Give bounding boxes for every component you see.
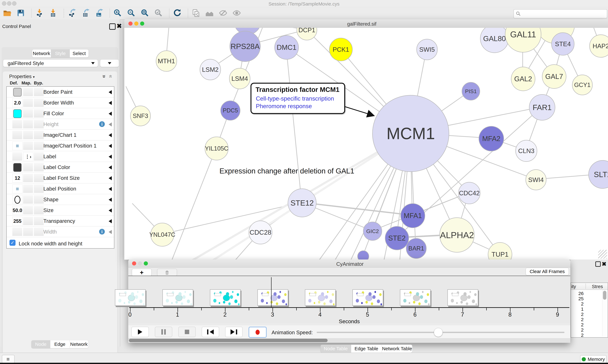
network-node-bar1[interactable]: BAR1 bbox=[406, 238, 427, 259]
tab-network[interactable]: Network bbox=[69, 340, 88, 348]
info-icon[interactable]: i bbox=[99, 121, 105, 127]
network-node-mfa2[interactable]: MFA2 bbox=[479, 126, 504, 151]
mapping-cell[interactable] bbox=[23, 206, 33, 214]
info-icon[interactable]: i bbox=[99, 229, 105, 234]
zoom-fit-icon[interactable] bbox=[140, 8, 150, 18]
mapping-cell[interactable] bbox=[23, 184, 33, 193]
float-panel-icon[interactable] bbox=[109, 23, 116, 30]
default-value-cell[interactable]: 12 bbox=[12, 174, 23, 182]
node-table[interactable]: ity Stres 26252122222 bbox=[571, 283, 608, 338]
table-cell-value[interactable]: 2 bbox=[572, 333, 584, 338]
mapping-cell[interactable]: ⋮› bbox=[23, 152, 33, 161]
network-node-alpha2[interactable]: ALPHA2 bbox=[439, 217, 474, 253]
lock-size-checkbox[interactable]: ✓ bbox=[10, 240, 15, 246]
expand-property-icon[interactable] bbox=[109, 187, 112, 191]
collapse-all-icon[interactable]: » bbox=[109, 73, 112, 80]
bypass-cell[interactable] bbox=[34, 217, 44, 225]
default-value-cell[interactable]: ≡ bbox=[12, 142, 23, 150]
network-node-cln3[interactable]: CLN3 bbox=[515, 140, 537, 162]
expand-property-icon[interactable] bbox=[109, 176, 112, 180]
tab-network[interactable]: Network bbox=[32, 50, 51, 57]
default-value-cell[interactable]: 255 bbox=[12, 217, 23, 225]
network-node-far1[interactable]: FAR1 bbox=[529, 94, 555, 120]
bypass-cell[interactable] bbox=[34, 184, 44, 193]
property-row-border-width[interactable]: 2.0Border Width bbox=[7, 97, 114, 108]
bypass-cell[interactable] bbox=[34, 228, 44, 236]
zoom-selected-icon[interactable] bbox=[154, 8, 163, 18]
table-column-stress[interactable]: Stres bbox=[592, 284, 603, 289]
network-canvas[interactable]: DCP1RPS28ADMC1PCK1SWI5GAL80GAL11STE4HAP2… bbox=[124, 28, 608, 260]
tab-node-table[interactable]: Node Table bbox=[320, 345, 351, 353]
bypass-cell[interactable] bbox=[34, 109, 44, 118]
default-value-cell[interactable] bbox=[12, 120, 22, 128]
bypass-cell[interactable] bbox=[34, 99, 44, 107]
show-details-eye-icon[interactable] bbox=[232, 8, 241, 18]
expand-all-icon[interactable]: » bbox=[103, 73, 106, 80]
close-window-icon[interactable] bbox=[128, 22, 133, 26]
style-selector-dropdown[interactable]: galFiltered Style bbox=[3, 60, 98, 67]
property-row-shape[interactable]: Shape bbox=[7, 194, 114, 205]
table-cell-value[interactable]: 26 bbox=[572, 291, 584, 296]
network-node-pis1[interactable]: PIS1 bbox=[462, 82, 480, 100]
table-cell-value[interactable]: 2 bbox=[572, 312, 584, 317]
search-input[interactable] bbox=[513, 9, 607, 18]
mapping-cell[interactable] bbox=[23, 109, 33, 118]
style-options-button[interactable] bbox=[100, 60, 119, 67]
property-row-border-paint[interactable]: Border Paint bbox=[7, 87, 114, 97]
minimize-window-icon[interactable] bbox=[134, 22, 138, 26]
network-node-lsm4[interactable]: LSM4 bbox=[229, 68, 250, 89]
network-titlebar[interactable]: galFiltered.sif bbox=[124, 19, 608, 28]
network-node-ste12[interactable]: STE12 bbox=[288, 188, 317, 217]
expand-property-icon[interactable] bbox=[109, 219, 112, 223]
bypass-cell[interactable] bbox=[34, 88, 44, 96]
bypass-cell[interactable] bbox=[34, 163, 44, 171]
memory-button[interactable]: Memory bbox=[580, 355, 607, 363]
task-history-button[interactable]: ≡ bbox=[2, 355, 14, 363]
default-value-cell[interactable] bbox=[12, 228, 22, 236]
default-value-cell[interactable] bbox=[12, 163, 23, 172]
mapping-cell[interactable] bbox=[23, 142, 33, 150]
mapping-cell[interactable] bbox=[23, 174, 33, 182]
refresh-layout-icon[interactable] bbox=[173, 8, 182, 18]
expand-property-icon[interactable] bbox=[109, 208, 112, 212]
expand-property-icon[interactable] bbox=[109, 198, 112, 202]
network-node-dmc1[interactable]: DMC1 bbox=[274, 35, 299, 60]
default-value-cell[interactable] bbox=[12, 131, 22, 139]
property-row-image-chart-position-1[interactable]: ≡Image/Chart Position 1 bbox=[7, 140, 114, 151]
network-edge[interactable] bbox=[172, 148, 216, 260]
bypass-cell[interactable] bbox=[34, 174, 44, 182]
expand-property-icon[interactable] bbox=[109, 155, 112, 159]
property-row-label[interactable]: ⋮›Label bbox=[7, 151, 114, 162]
network-node-pdc5[interactable]: PDC5 bbox=[221, 101, 240, 120]
network-node-mfa1[interactable]: MFA1 bbox=[401, 203, 425, 228]
network-node-ynl047c[interactable]: YNL047C bbox=[151, 223, 174, 247]
network-node-snf3[interactable]: SNF3 bbox=[130, 106, 151, 126]
copy-document-icon[interactable] bbox=[191, 8, 200, 18]
mapping-cell[interactable] bbox=[23, 163, 33, 171]
expand-property-icon[interactable] bbox=[109, 133, 112, 137]
table-cell-value[interactable]: 25 bbox=[572, 296, 584, 301]
expand-property-icon[interactable] bbox=[109, 230, 112, 234]
default-value-cell[interactable]: ≡ bbox=[12, 184, 23, 193]
table-cell-value[interactable]: 2 bbox=[572, 301, 584, 307]
hide-details-eye-slash-icon[interactable] bbox=[219, 8, 228, 18]
import-table-icon[interactable] bbox=[48, 8, 58, 18]
tab-select[interactable]: Select bbox=[70, 50, 88, 57]
network-node-pck1[interactable]: PCK1 bbox=[329, 38, 353, 61]
houses-icon[interactable] bbox=[205, 8, 214, 18]
default-value-cell[interactable] bbox=[12, 88, 23, 96]
table-column-degree[interactable]: ity bbox=[571, 284, 576, 289]
expand-property-icon[interactable] bbox=[109, 144, 112, 148]
import-network-icon[interactable] bbox=[35, 8, 44, 18]
bypass-cell[interactable] bbox=[34, 206, 44, 214]
tab-style[interactable]: Style bbox=[51, 50, 70, 57]
network-node-gal7[interactable]: GAL7 bbox=[542, 64, 566, 89]
network-node-mcm1[interactable]: MCM1 bbox=[372, 95, 449, 172]
mapping-cell[interactable] bbox=[23, 217, 33, 225]
tab-edge[interactable]: Edge bbox=[50, 340, 69, 348]
zoom-in-icon[interactable] bbox=[113, 8, 122, 18]
network-node-rps28a[interactable]: RPS28A bbox=[230, 31, 261, 62]
export-network-icon[interactable] bbox=[67, 8, 76, 18]
property-row-image-chart-1[interactable]: Image/Chart 1 bbox=[7, 130, 114, 140]
export-image-icon[interactable] bbox=[94, 8, 104, 18]
